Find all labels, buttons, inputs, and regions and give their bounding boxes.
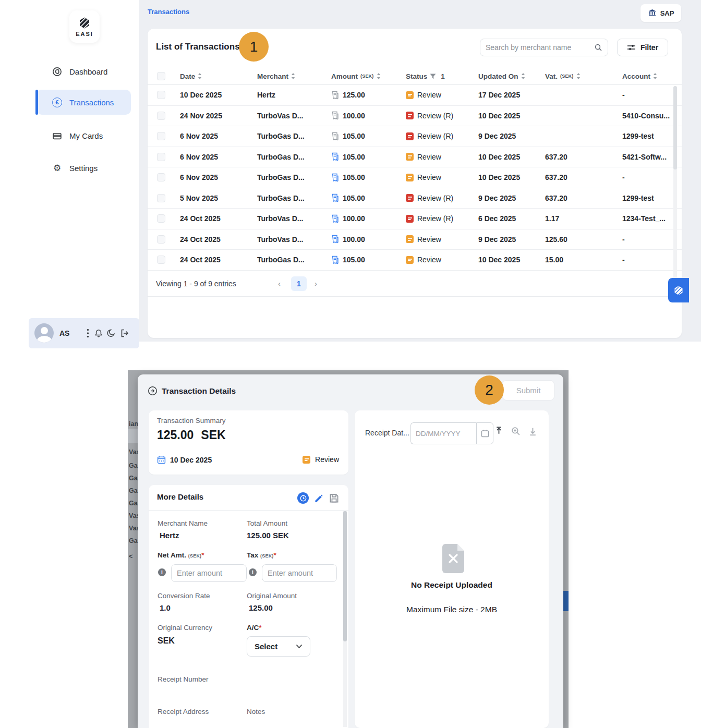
table-row[interactable]: 24 Nov 2025 TurboVas D... 100.00: [148, 106, 682, 127]
pagination-page-1[interactable]: 1: [291, 276, 307, 291]
avatar[interactable]: [34, 323, 54, 343]
total-amount-label: Total Amount: [247, 519, 287, 527]
dashboard-icon: [52, 67, 62, 77]
column-updated-on[interactable]: Updated On: [478, 68, 525, 84]
total-amount-value: 125.00 SEK: [247, 531, 289, 540]
calendar-icon[interactable]: [476, 422, 493, 444]
row-checkbox[interactable]: [157, 250, 165, 270]
sidebar-item-label: Settings: [69, 164, 98, 173]
info-icon[interactable]: i: [249, 568, 257, 576]
details-scrollbar-thumb[interactable]: [343, 511, 347, 641]
cell-amount: 105.00: [331, 188, 365, 209]
merchant-name-value: Hertz: [160, 531, 179, 540]
logout-icon[interactable]: [119, 328, 130, 338]
search-input-wrap: [480, 39, 608, 56]
pagination-next-icon[interactable]: ›: [315, 279, 317, 288]
cell-account: 5410-Consu...: [622, 106, 670, 126]
row-checkbox[interactable]: [157, 106, 165, 126]
submit-button[interactable]: Submit: [502, 380, 554, 401]
conversion-rate-label: Conversion Rate: [158, 592, 210, 600]
summary-date: 10 Dec 2025: [157, 455, 212, 464]
net-amount-input[interactable]: [171, 564, 247, 582]
sap-button[interactable]: SAP: [640, 4, 681, 22]
info-icon[interactable]: i: [158, 568, 166, 576]
column-merchant[interactable]: Merchant: [257, 68, 295, 84]
sidebar-item-settings[interactable]: ⚙ Settings: [52, 160, 98, 176]
status-doc-icon: [406, 153, 414, 161]
pagination-prev-icon[interactable]: ‹: [278, 279, 281, 288]
receipt-icon: [331, 193, 339, 202]
filter-button[interactable]: Filter: [617, 39, 668, 56]
download-icon[interactable]: [528, 427, 537, 436]
breadcrumb[interactable]: Transactions: [148, 8, 189, 16]
receipt-date-input[interactable]: [410, 422, 476, 444]
cell-updated-on: 10 Dec 2025: [478, 250, 520, 270]
column-status[interactable]: Status 1: [406, 68, 445, 84]
account-select-dropdown[interactable]: Select: [247, 636, 310, 657]
table-row[interactable]: 6 Nov 2025 TurboGas D... 105.00: [148, 167, 682, 188]
cell-date: 24 Oct 2025: [180, 250, 221, 270]
cell-date: 6 Nov 2025: [180, 167, 218, 188]
cell-amount: 100.00: [331, 229, 365, 250]
sidebar-item-my-cards[interactable]: My Cards: [52, 128, 103, 143]
row-checkbox[interactable]: [157, 167, 165, 188]
sidebar-item-transactions[interactable]: € Transactions: [52, 94, 114, 110]
receipt-card: Receipt Dat...: [355, 410, 549, 728]
table-row[interactable]: 24 Oct 2025 TurboVas D... 100.00: [148, 209, 682, 229]
filter-label: Filter: [640, 43, 658, 52]
receipt-date-field: [410, 422, 493, 444]
upload-icon[interactable]: [494, 427, 503, 436]
sap-label: SAP: [660, 9, 674, 17]
table-row[interactable]: 24 Oct 2025 TurboGas D... 105.00: [148, 250, 682, 271]
table-row[interactable]: 6 Nov 2025 TurboGas D... 105.00: [148, 126, 682, 147]
row-checkbox[interactable]: [157, 126, 165, 147]
row-checkbox[interactable]: [157, 85, 165, 105]
table-row[interactable]: 6 Nov 2025 TurboGas D... 105.00: [148, 147, 682, 168]
transaction-details-modal: Transaction Details 2 Submit Transaction…: [138, 374, 563, 728]
cell-updated-on: 9 Dec 2025: [478, 229, 516, 250]
cell-account: 1299-test: [622, 188, 654, 209]
search-input[interactable]: [486, 43, 594, 52]
edit-pencil-icon[interactable]: [314, 493, 324, 503]
tax-input[interactable]: [262, 564, 337, 582]
zoom-in-icon[interactable]: [511, 427, 521, 436]
net-amount-label: Net Amt. (SEK)*: [158, 551, 204, 559]
search-icon: [594, 43, 602, 52]
save-floppy-icon[interactable]: [329, 493, 339, 503]
cell-updated-on: 10 Dec 2025: [478, 106, 520, 126]
notifications-bell-icon[interactable]: [93, 328, 104, 338]
row-checkbox[interactable]: [157, 229, 165, 250]
receipt-icon: [331, 235, 339, 244]
app-root: EASI Dashboard € Transactions My Cards ⚙…: [0, 0, 701, 728]
gear-icon: ⚙: [52, 163, 62, 173]
table-row[interactable]: 10 Dec 2025 Hertz 125.00: [148, 85, 682, 106]
cell-updated-on: 9 Dec 2025: [478, 188, 516, 209]
table-header: Date Merchant Amount(SEK) Status 1 Updat…: [148, 68, 682, 85]
arrow-circle-right-icon[interactable]: [148, 386, 158, 396]
sort-icon: [291, 73, 295, 79]
select-all-checkbox[interactable]: [157, 68, 165, 84]
column-account[interactable]: Account: [622, 68, 657, 84]
detail-actions: [297, 492, 339, 504]
dark-mode-moon-icon[interactable]: [106, 328, 116, 338]
cell-merchant: TurboGas D...: [257, 167, 305, 188]
column-vat[interactable]: Vat.(SEK): [545, 68, 581, 84]
row-checkbox[interactable]: [157, 188, 165, 209]
row-checkbox[interactable]: [157, 209, 165, 229]
row-checkbox[interactable]: [157, 147, 165, 167]
table-row[interactable]: 24 Oct 2025 TurboVas D... 100.00: [148, 229, 682, 250]
cell-status: Review: [406, 250, 441, 270]
transactions-card: List of Transactions 1 Filter Da: [148, 29, 682, 338]
history-clock-icon[interactable]: [297, 492, 309, 504]
table-scrollbar-thumb[interactable]: [673, 86, 677, 169]
easi-floating-button[interactable]: [668, 278, 689, 302]
column-date[interactable]: Date: [180, 68, 202, 84]
receipt-icon: [331, 152, 339, 161]
sidebar-item-dashboard[interactable]: Dashboard: [52, 64, 107, 79]
table-row[interactable]: 5 Nov 2025 TurboGas D... 105.00: [148, 188, 682, 209]
column-amount[interactable]: Amount(SEK): [331, 68, 381, 84]
cell-amount: 125.00: [331, 85, 365, 105]
kebab-menu-icon[interactable]: [82, 328, 93, 338]
cell-account: -: [622, 250, 625, 270]
merchant-name-label: Merchant Name: [158, 519, 208, 527]
